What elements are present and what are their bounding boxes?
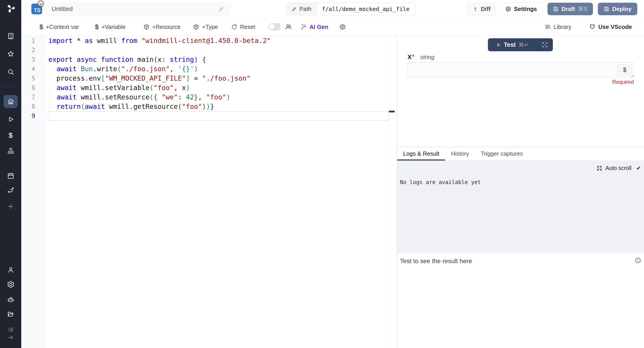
required-asterisk: * <box>412 53 414 60</box>
users-icon <box>285 23 292 30</box>
test-button[interactable]: Test ⌘↵ <box>488 38 536 51</box>
save-icon <box>604 6 610 12</box>
search-icon[interactable] <box>0 68 21 76</box>
edit-path-pencil-icon <box>292 6 297 12</box>
windmill-script-editor: $ TS <box>0 0 644 348</box>
code-line[interactable] <box>48 111 271 121</box>
draft-shortcut: ⌘S <box>578 6 587 12</box>
textarea-resize-handle[interactable] <box>629 72 634 79</box>
runs-play-icon <box>7 116 14 123</box>
logs-panel: Auto scroll ✔ No logs are available yet <box>397 161 644 253</box>
info-icon[interactable] <box>634 257 641 264</box>
sidebar-item-folders[interactable] <box>0 310 21 318</box>
x-input[interactable]: $ <box>408 62 634 78</box>
bun-runtime-icon <box>38 0 44 7</box>
add-type-label: +Type <box>202 24 218 30</box>
auto-scroll-label: Auto scroll <box>605 165 632 171</box>
ai-gen-label: AI Gen <box>310 24 328 30</box>
sidebar-item-variables[interactable]: $ <box>0 131 21 140</box>
settings-gear-icon <box>7 280 14 288</box>
variables-dollar-icon: $ <box>9 131 13 140</box>
field-name: X <box>408 54 412 61</box>
sidebar-item-resources[interactable] <box>0 147 21 155</box>
sidebar-item-settings[interactable] <box>0 280 21 288</box>
capture-frame-icon <box>542 42 548 48</box>
required-error: Required <box>612 79 634 85</box>
script-title-input[interactable]: Untitled <box>46 2 230 16</box>
code-line[interactable]: await wmill.setResource({ "we": 42}, "fo… <box>48 92 271 102</box>
logs-empty-message: No logs are available yet <box>400 179 481 186</box>
run-panel: Test ⌘↵ X * string $ Requ <box>397 36 644 348</box>
editor-toolbar: $ +Context var $ +Variable +Resource +Ty… <box>21 18 644 36</box>
vscode-icon <box>589 24 596 30</box>
resources-boxes-icon <box>7 147 14 155</box>
add-type-button[interactable]: +Type <box>193 18 218 36</box>
diff-button[interactable]: Diff <box>467 3 496 15</box>
draft-button[interactable]: Draft ⌘S <box>548 3 593 15</box>
library-label: Library <box>554 24 571 30</box>
workspace-building-icon[interactable] <box>0 32 21 40</box>
deploy-button[interactable]: Deploy <box>598 3 637 15</box>
add-resource-button[interactable]: +Resource <box>143 18 180 36</box>
test-label: Test <box>504 42 516 48</box>
tabs: Logs & ResultHistoryTrigger captures <box>397 147 644 160</box>
result-placeholder: Test to see the result here <box>400 258 472 265</box>
code-line[interactable]: return(await wmill.getResource("foo"))} <box>48 102 271 111</box>
code-line[interactable] <box>48 46 271 55</box>
code-line[interactable]: process.env["WM_MOCKED_API_FILE"] = "./f… <box>48 74 271 83</box>
path-value[interactable]: f/all/demo_mocked_api_file <box>317 3 415 15</box>
settings-label: Settings <box>514 6 537 12</box>
use-vscode-label: Use VScode <box>598 24 632 30</box>
reset-refresh-icon <box>231 24 237 30</box>
use-vscode-button[interactable]: Use VScode <box>589 18 632 36</box>
reset-button[interactable]: Reset <box>231 18 255 36</box>
code-line[interactable]: await wmill.setVariable("foo", x) <box>48 83 271 92</box>
settings-button[interactable]: Settings <box>500 3 543 15</box>
sidebar-item-runs[interactable] <box>0 116 21 123</box>
tab-trigger-captures[interactable]: Trigger captures <box>475 147 529 160</box>
add-context-var-button[interactable]: $ +Context var <box>40 18 79 36</box>
collapse-sidebar-arrow-icon[interactable] <box>0 334 21 341</box>
result-panel: Test to see the result here <box>397 253 644 348</box>
settings-gear-icon <box>506 6 511 12</box>
sidebar-item-flows[interactable] <box>0 186 21 194</box>
sidebar-item-audit-logs[interactable] <box>0 326 21 333</box>
edit-title-pencil-icon[interactable] <box>218 6 224 12</box>
library-icon <box>544 24 551 30</box>
code-line[interactable]: await Bun.write("./foo.json", '{}') <box>48 64 271 74</box>
sidebar-item-home[interactable] <box>4 95 18 108</box>
tab-history[interactable]: History <box>445 147 475 160</box>
reset-label: Reset <box>240 24 255 30</box>
schedules-calendar-icon <box>7 172 14 180</box>
sidebar-item-user[interactable] <box>0 266 21 274</box>
add-context-var-label: +Context var <box>46 24 79 30</box>
ai-gen-button[interactable]: AI Gen <box>300 18 328 36</box>
sidebar-item-workers[interactable] <box>0 296 21 303</box>
home-icon <box>7 98 14 105</box>
save-icon <box>553 6 559 12</box>
library-button[interactable]: Library <box>544 18 571 36</box>
test-shortcut: ⌘↵ <box>518 42 529 48</box>
sidebar-item-add[interactable] <box>0 203 21 210</box>
workers-robot-icon <box>7 296 14 303</box>
expand-icon <box>596 165 602 171</box>
editor-settings-button[interactable] <box>340 18 346 36</box>
path-button[interactable]: Path <box>287 3 317 15</box>
tab-logs-result[interactable]: Logs & Result <box>397 147 445 160</box>
add-variable-button[interactable]: $ +Variable <box>95 18 126 36</box>
windmill-logo[interactable] <box>0 4 21 14</box>
overview-ruler-cursor-mark <box>389 111 395 112</box>
code-editor[interactable]: 123456789 import * as wmill from "windmi… <box>21 36 397 348</box>
code-line[interactable]: export async function main(x: string) { <box>48 55 271 64</box>
package-icon <box>193 24 199 30</box>
code-line[interactable]: import * as wmill from "windmill-client@… <box>48 36 271 46</box>
collaboration-toggle[interactable] <box>268 23 281 30</box>
auto-scroll-toggle[interactable]: Auto scroll ✔ <box>596 165 641 171</box>
sidebar-item-schedules[interactable] <box>0 172 21 180</box>
path-control[interactable]: Path f/all/demo_mocked_api_file <box>286 3 415 15</box>
package-icon <box>143 24 150 30</box>
capture-test-button[interactable] <box>537 38 553 51</box>
code-lines[interactable]: import * as wmill from "windmill-client@… <box>48 36 271 121</box>
favorites-star-icon[interactable] <box>0 50 21 58</box>
line-number: 1 <box>21 36 46 46</box>
